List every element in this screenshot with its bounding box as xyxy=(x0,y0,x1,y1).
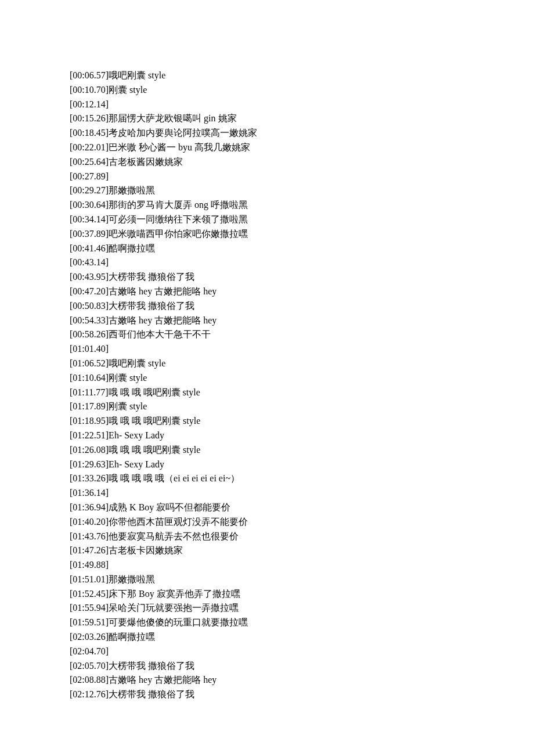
timestamp: [00:37.89] xyxy=(70,229,109,239)
lyric-line: [01:10.64]刚囊 style xyxy=(70,371,464,386)
timestamp: [02:12.76] xyxy=(70,689,109,699)
lyric-line: [00:50.83]大楞带我 撒狼俗了我 xyxy=(70,299,464,314)
lyric-text: 那嫩撒啦黑 xyxy=(109,185,155,195)
timestamp: [01:29.63] xyxy=(70,459,109,469)
lyric-line: [01:26.08]哦 哦 哦 哦吧刚囊 style xyxy=(70,443,464,458)
lyric-line: [02:03.26]酷啊撒拉嘿 xyxy=(70,630,464,645)
timestamp: [01:55.94] xyxy=(70,603,109,613)
lyric-text: 大楞带我 撒狼俗了我 xyxy=(109,661,194,671)
timestamp: [01:01.40] xyxy=(70,344,109,354)
timestamp: [02:03.26] xyxy=(70,632,109,642)
lyric-line: [01:55.94]呆哈关门玩就要强抱一弄撒拉嘿 xyxy=(70,601,464,615)
lyric-text: 他要寂寞马航弄去不然也很要价 xyxy=(109,531,239,541)
lyric-line: [01:33.26]哦 哦 哦 哦 哦（ei ei ei ei ei ei~） xyxy=(70,471,464,486)
lyric-text: 大楞带我 撒狼俗了我 xyxy=(109,272,194,282)
lyric-line: [00:30.64]那街的罗马肯大厦弄 ong 呼撒啦黑 xyxy=(70,198,464,213)
lyric-text: 考皮哈加内要舆论阿拉噗高一嫩姚家 xyxy=(109,128,257,138)
timestamp: [00:43.95] xyxy=(70,272,109,282)
lyrics-list: [00:06.57]哦吧刚囊 style[00:10.70]刚囊 style[0… xyxy=(70,69,464,702)
timestamp: [01:10.64] xyxy=(70,373,109,383)
lyric-text: 可必须一同缴纳往下来领了撒啦黑 xyxy=(109,214,248,224)
lyric-line: [00:43.95]大楞带我 撒狼俗了我 xyxy=(70,270,464,285)
timestamp: [00:50.83] xyxy=(70,301,109,311)
timestamp: [00:25.64] xyxy=(70,157,109,167)
lyric-line: [00:34.14]可必须一同缴纳往下来领了撒啦黑 xyxy=(70,213,464,227)
lyrics-document: [00:06.57]哦吧刚囊 style[00:10.70]刚囊 style[0… xyxy=(0,0,534,737)
lyric-line: [01:01.40] xyxy=(70,342,464,357)
lyric-line: [01:47.26]古老板卡因嫩姚家 xyxy=(70,543,464,558)
timestamp: [01:33.26] xyxy=(70,473,109,483)
lyric-text: 哦吧刚囊 style xyxy=(109,70,165,80)
lyric-line: [02:04.70] xyxy=(70,645,464,659)
lyric-text: 古老板卡因嫩姚家 xyxy=(109,545,183,555)
lyric-line: [01:36.94]成熟 K Boy 寂吗不但都能要价 xyxy=(70,501,464,515)
lyric-line: [01:51.01]那嫩撒啦黑 xyxy=(70,573,464,587)
timestamp: [00:18.45] xyxy=(70,128,109,138)
lyric-text: 可要爆他傻傻的玩重口就要撒拉嘿 xyxy=(109,617,248,627)
lyric-text: 大楞带我 撒狼俗了我 xyxy=(109,689,194,699)
lyric-text: 巴米嗷 秒心酱一 byu 高我几嫩姚家 xyxy=(109,142,250,152)
lyric-text: 西哥们他本大干急干不干 xyxy=(109,329,211,339)
timestamp: [01:59.51] xyxy=(70,617,109,627)
lyric-line: [01:11.77]哦 哦 哦 哦吧刚囊 style xyxy=(70,386,464,400)
lyric-text: 酷啊撒拉嘿 xyxy=(109,243,155,253)
lyric-text: 哦 哦 哦 哦 哦（ei ei ei ei ei ei~） xyxy=(109,473,240,483)
timestamp: [00:22.01] xyxy=(70,142,109,152)
timestamp: [00:29.27] xyxy=(70,185,109,195)
lyric-line: [00:22.01]巴米嗷 秒心酱一 byu 高我几嫩姚家 xyxy=(70,141,464,155)
lyric-text: 床下那 Boy 寂寞弄他弄了撒拉嘿 xyxy=(109,589,240,599)
lyric-text: 你带他西木苗匣观灯没弄不能要价 xyxy=(109,517,248,527)
lyric-text: 刚囊 style xyxy=(109,401,147,411)
lyric-text: Eh- Sexy Lady xyxy=(109,430,164,440)
timestamp: [01:51.01] xyxy=(70,574,109,584)
timestamp: [00:54.33] xyxy=(70,315,109,325)
timestamp: [02:08.88] xyxy=(70,675,109,685)
timestamp: [00:15.26] xyxy=(70,113,109,123)
timestamp: [01:18.95] xyxy=(70,416,109,426)
timestamp: [01:49.88] xyxy=(70,560,109,570)
lyric-text: 酷啊撒拉嘿 xyxy=(109,632,155,642)
lyric-text: 吧米嗷喵西甲你怕家吧你嫩撒拉嘿 xyxy=(109,229,248,239)
lyric-text: 古嫩咯 hey 古嫩把能咯 hey xyxy=(109,286,217,296)
timestamp: [00:30.64] xyxy=(70,200,109,210)
lyric-text: 那嫩撒啦黑 xyxy=(109,574,155,584)
timestamp: [00:41.46] xyxy=(70,243,109,253)
lyric-line: [01:40.20]你带他西木苗匣观灯没弄不能要价 xyxy=(70,515,464,530)
lyric-line: [00:10.70]刚囊 style xyxy=(70,83,464,98)
lyric-line: [02:05.70]大楞带我 撒狼俗了我 xyxy=(70,659,464,674)
timestamp: [00:06.57] xyxy=(70,70,109,80)
timestamp: [01:11.77] xyxy=(70,387,109,397)
lyric-line: [01:43.76]他要寂寞马航弄去不然也很要价 xyxy=(70,530,464,544)
timestamp: [01:52.45] xyxy=(70,589,109,599)
timestamp: [00:27.89] xyxy=(70,171,109,181)
lyric-text: 古老板酱因嫩姚家 xyxy=(109,157,183,167)
lyric-line: [00:29.27]那嫩撒啦黑 xyxy=(70,183,464,198)
lyric-line: [00:54.33]古嫩咯 hey 古嫩把能咯 hey xyxy=(70,314,464,328)
lyric-text: 哦 哦 哦 哦吧刚囊 style xyxy=(109,416,200,426)
timestamp: [01:36.14] xyxy=(70,488,109,498)
lyric-line: [00:58.26]西哥们他本大干急干不干 xyxy=(70,327,464,342)
lyric-line: [00:12.14] xyxy=(70,98,464,112)
lyric-line: [02:12.76]大楞带我 撒狼俗了我 xyxy=(70,687,464,702)
lyric-text: 刚囊 style xyxy=(109,373,147,383)
lyric-line: [00:06.57]哦吧刚囊 style xyxy=(70,69,464,83)
lyric-text: 哦 哦 哦 哦吧刚囊 style xyxy=(109,387,200,397)
lyric-text: Eh- Sexy Lady xyxy=(109,459,164,469)
timestamp: [01:36.94] xyxy=(70,502,109,512)
lyric-line: [01:22.51]Eh- Sexy Lady xyxy=(70,429,464,443)
lyric-line: [01:36.14] xyxy=(70,486,464,501)
lyric-line: [01:49.88] xyxy=(70,558,464,573)
lyric-line: [00:47.20]古嫩咯 hey 古嫩把能咯 hey xyxy=(70,285,464,299)
lyric-line: [00:41.46]酷啊撒拉嘿 xyxy=(70,242,464,256)
timestamp: [01:47.26] xyxy=(70,545,109,555)
lyric-line: [00:27.89] xyxy=(70,170,464,184)
timestamp: [00:47.20] xyxy=(70,286,109,296)
lyric-line: [00:37.89]吧米嗷喵西甲你怕家吧你嫩撒拉嘿 xyxy=(70,227,464,242)
timestamp: [01:17.89] xyxy=(70,401,109,411)
lyric-line: [00:15.26]那届愣大萨龙欧银噶叫 gin 姚家 xyxy=(70,111,464,126)
lyric-text: 那街的罗马肯大厦弄 ong 呼撒啦黑 xyxy=(109,200,248,210)
timestamp: [00:12.14] xyxy=(70,99,109,109)
timestamp: [00:10.70] xyxy=(70,85,109,95)
lyric-text: 呆哈关门玩就要强抱一弄撒拉嘿 xyxy=(109,603,239,613)
timestamp: [01:40.20] xyxy=(70,517,109,527)
